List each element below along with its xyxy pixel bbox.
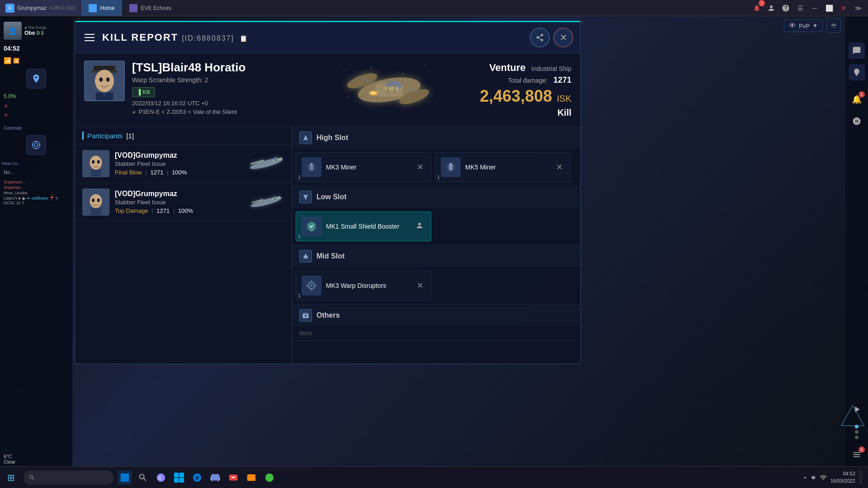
- taskbar-icon-5[interactable]: [190, 470, 204, 485]
- others-speed: 0m/s: [292, 326, 580, 340]
- player-location-row: 👤 ◂ The Forge Obe D 3: [0, 20, 72, 42]
- isk-value: 2,463,808: [480, 87, 552, 105]
- modal-title: KILL REPORT [ID:6880837] 📋: [102, 32, 248, 43]
- eye-icon: 👁: [789, 22, 796, 30]
- kill-info-right: Venture Industrial Ship Total damage: 12…: [480, 61, 571, 119]
- taskbar-icon-3[interactable]: B: [154, 470, 168, 485]
- taskbar-icon-1[interactable]: [118, 470, 132, 485]
- chat-items: Sniperwor... Sniperwo... Wrax_Urodot Lit…: [0, 178, 72, 206]
- svg-point-28: [371, 92, 376, 94]
- tab-home[interactable]: Home: [81, 0, 122, 16]
- participant-1[interactable]: [VOD]Grumpymaz Stabber Fleet Issue Final…: [75, 145, 292, 183]
- taskbar-icon-8[interactable]: [244, 470, 259, 485]
- divider-3: |: [151, 207, 155, 214]
- isk-unit: ISK: [557, 94, 571, 103]
- menu-icon[interactable]: [82, 30, 97, 45]
- tab-home-label: Home: [100, 5, 115, 11]
- filter-button[interactable]: [826, 19, 841, 33]
- low-slot-section: Low Slot 1: [292, 186, 580, 245]
- mk3-miner-remove[interactable]: ✕: [415, 161, 425, 173]
- damage-2: 1271: [156, 207, 170, 214]
- start-button[interactable]: ⊞: [0, 467, 22, 488]
- item-qty-warp: 1: [298, 293, 301, 298]
- pvp-toggle[interactable]: 👁 PvP ▼: [784, 19, 823, 32]
- modal-id: [ID:6880837]: [182, 34, 234, 42]
- tray-area: 04:52 16/03/2022: [802, 470, 868, 485]
- show-desktop-button[interactable]: [859, 470, 863, 485]
- fleet-co-label: Fleet Co...: [0, 158, 72, 168]
- location-info: ◂ The Forge Obe D 3: [24, 25, 47, 36]
- map-icon[interactable]: [26, 69, 46, 89]
- svg-point-44: [90, 194, 102, 208]
- damage-label: Total damage:: [508, 77, 548, 84]
- svg-rect-38: [90, 170, 101, 177]
- right-nav-2[interactable]: [849, 113, 865, 129]
- volume-icon[interactable]: [811, 474, 818, 481]
- right-notif-1[interactable]: 🔔 1: [849, 91, 865, 108]
- chevron-down-icon: ▼: [812, 23, 818, 29]
- kill-result: Kill: [480, 108, 571, 118]
- kill-report-title: KILL REPORT: [102, 32, 178, 43]
- weapon-1-svg: [248, 156, 284, 172]
- taskbar-icon-search[interactable]: [136, 470, 150, 485]
- menu-bar-3: [85, 40, 94, 41]
- tab-eve-echoes[interactable]: EVE Echoes: [122, 0, 179, 16]
- item-qty-mk5: 1: [437, 174, 440, 180]
- menu-button[interactable]: ☰: [794, 2, 807, 14]
- help-button[interactable]: [779, 2, 792, 14]
- mk5-miner-name: MK5 Miner: [465, 164, 550, 171]
- player-stat: Warp Scramble Strength: 2: [132, 76, 299, 84]
- app-icon: G: [5, 4, 14, 13]
- expand-button[interactable]: ≫: [852, 2, 864, 14]
- close-button[interactable]: ✕: [837, 2, 850, 14]
- right-nav-1[interactable]: [849, 64, 865, 80]
- taskbar-icon-discord[interactable]: [208, 470, 222, 485]
- mk5-miner-remove[interactable]: ✕: [554, 161, 565, 173]
- network-icon[interactable]: [820, 474, 827, 481]
- modal-header: KILL REPORT [ID:6880837] 📋 ✕: [75, 22, 580, 53]
- item-user-icon: [415, 221, 424, 232]
- profile-button[interactable]: [765, 2, 778, 14]
- right-notif-2[interactable]: 5: [849, 446, 865, 463]
- svg-point-37: [97, 160, 100, 164]
- close-btn-1[interactable]: ✕: [0, 102, 72, 110]
- slot-item-mk5-miner[interactable]: 1 MK5 Miner ✕: [435, 152, 571, 182]
- copy-id-icon[interactable]: 📋: [240, 35, 248, 42]
- taskbar-icon-4[interactable]: [172, 470, 186, 485]
- participants-header: Participants [1]: [75, 127, 292, 145]
- ship-type: Industrial Ship: [531, 65, 571, 72]
- minimize-button[interactable]: ─: [808, 2, 821, 14]
- warp-disruptor-remove[interactable]: ✕: [415, 280, 425, 291]
- low-slot-items: 1 MK1 Small Shield Booster: [292, 208, 580, 245]
- right-badge-1: 1: [859, 91, 865, 98]
- others-title: Others: [316, 311, 340, 319]
- modal-close-button[interactable]: ✕: [553, 28, 573, 47]
- taskbar-search[interactable]: [24, 470, 114, 485]
- svg-point-11: [95, 70, 114, 92]
- app-name: Grumpymaz: [17, 5, 47, 11]
- slot-item-mk3-miner[interactable]: 1 MK3 Miner ✕: [296, 152, 431, 182]
- participant-2-info: [VOD]Grumpymaz Stabber Fleet Issue Top D…: [115, 190, 243, 214]
- svg-point-51: [273, 196, 276, 199]
- chat-button[interactable]: [849, 42, 865, 59]
- taskbar-icon-9[interactable]: [262, 470, 277, 485]
- svg-rect-30: [387, 85, 389, 94]
- participant-2[interactable]: [VOD]Grumpymaz Stabber Fleet Issue Top D…: [75, 183, 292, 221]
- player-avatar-small[interactable]: 👤: [4, 22, 22, 40]
- app-item-grumpymaz[interactable]: G Grumpymaz 4.280.0.1022: [0, 0, 81, 16]
- share-button[interactable]: [530, 28, 550, 47]
- slot-item-warp-disruptor[interactable]: 1: [296, 271, 431, 300]
- damage-row: Total damage: 1271: [480, 75, 571, 85]
- close-btn-2[interactable]: ✕: [0, 111, 72, 119]
- left-panel: 👤 ◂ The Forge Obe D 3 04:52 📶 📶: [0, 16, 72, 466]
- notification-area[interactable]: 1: [750, 2, 763, 14]
- header-bar: [82, 131, 84, 140]
- slot-item-shield-booster[interactable]: 1 MK1 Small Shield Booster: [296, 211, 431, 241]
- right-decoration: [839, 403, 866, 430]
- app-version: 4.280.0.1022: [49, 5, 75, 10]
- dot-2: [855, 436, 859, 439]
- ship-name-row: Venture Industrial Ship: [480, 62, 571, 74]
- target-icon[interactable]: [26, 135, 46, 155]
- taskbar-icon-7[interactable]: [226, 470, 241, 485]
- maximize-button[interactable]: ⬜: [823, 2, 835, 14]
